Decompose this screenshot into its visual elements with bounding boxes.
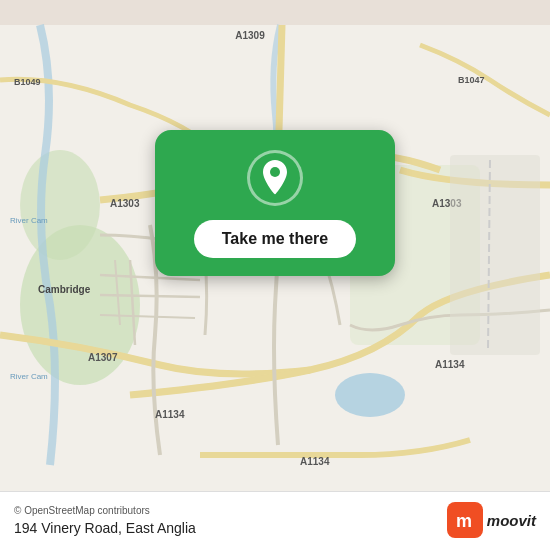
svg-text:A1134: A1134 bbox=[435, 359, 465, 370]
osm-attribution: © OpenStreetMap contributors bbox=[14, 505, 196, 516]
svg-text:B1047: B1047 bbox=[458, 75, 485, 85]
location-pin-icon-wrap bbox=[247, 150, 303, 206]
svg-text:A1134: A1134 bbox=[300, 456, 330, 467]
svg-point-4 bbox=[335, 373, 405, 417]
svg-rect-23 bbox=[450, 155, 540, 355]
svg-text:River Cam: River Cam bbox=[10, 216, 48, 225]
svg-text:A1307: A1307 bbox=[88, 352, 118, 363]
address-text: 194 Vinery Road, East Anglia bbox=[14, 520, 196, 536]
svg-text:A1134: A1134 bbox=[155, 409, 185, 420]
map-container: A1309 A1303 A1303 A1307 A1134 A1134 A113… bbox=[0, 0, 550, 550]
svg-point-2 bbox=[20, 150, 100, 260]
take-me-there-button[interactable]: Take me there bbox=[194, 220, 356, 258]
svg-text:River Cam: River Cam bbox=[10, 372, 48, 381]
moovit-logo: m moovit bbox=[447, 502, 536, 538]
svg-text:Cambridge: Cambridge bbox=[38, 284, 91, 295]
take-me-there-card: Take me there bbox=[155, 130, 395, 276]
moovit-wordmark: moovit bbox=[487, 512, 536, 529]
bottom-bar: © OpenStreetMap contributors 194 Vinery … bbox=[0, 491, 550, 550]
moovit-m-icon: m bbox=[453, 508, 477, 532]
svg-text:A1309: A1309 bbox=[235, 30, 265, 41]
svg-text:B1049: B1049 bbox=[14, 77, 41, 87]
location-pin-icon bbox=[259, 160, 291, 196]
bottom-left: © OpenStreetMap contributors 194 Vinery … bbox=[14, 505, 196, 536]
svg-text:m: m bbox=[456, 511, 472, 531]
svg-text:A1303: A1303 bbox=[110, 198, 140, 209]
moovit-icon: m bbox=[447, 502, 483, 538]
svg-point-25 bbox=[270, 167, 280, 177]
